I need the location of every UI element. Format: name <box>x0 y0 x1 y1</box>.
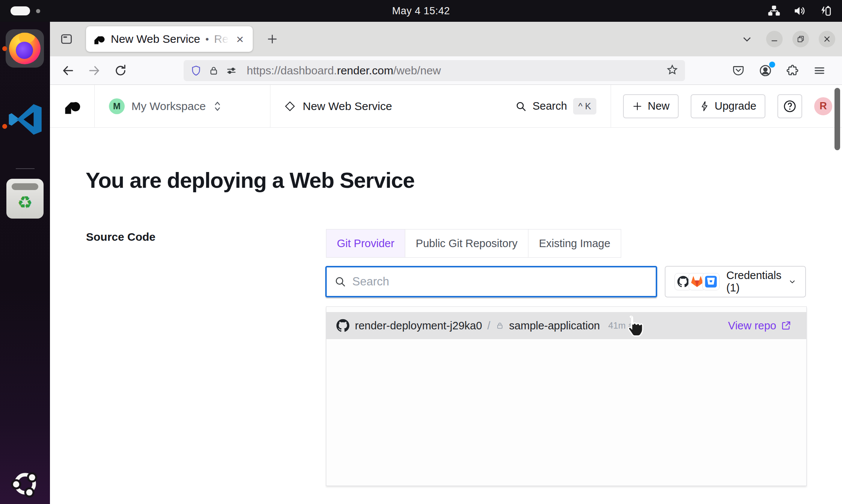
bookmark-star-button[interactable] <box>666 64 678 77</box>
network-icon <box>768 5 780 17</box>
extensions-button[interactable] <box>782 60 803 81</box>
window-minimize-button[interactable] <box>766 31 783 47</box>
forward-button[interactable] <box>84 60 105 81</box>
url-prefix: https://dashboard. <box>247 64 337 77</box>
list-all-tabs-button[interactable] <box>738 30 756 48</box>
credentials-label: Credentials (1) <box>726 269 782 294</box>
ubuntu-logo-icon <box>10 469 40 499</box>
repo-search-field[interactable] <box>325 266 657 297</box>
browser-tab-active[interactable]: New Web Service • Rend × <box>86 26 253 52</box>
search-label: Search <box>533 100 567 112</box>
user-avatar[interactable]: R <box>814 97 832 115</box>
view-repo-label: View repo <box>728 320 776 332</box>
search-icon <box>334 276 346 288</box>
lock-icon[interactable] <box>208 65 219 76</box>
battery-charging-icon <box>819 4 832 18</box>
account-notification-dot <box>769 62 775 68</box>
page-scrollbar-thumb[interactable] <box>834 88 840 150</box>
vscode-running-indicator <box>2 124 7 129</box>
tab-public-git-repository[interactable]: Public Git Repository <box>405 229 528 257</box>
firefox-view-icon <box>60 32 73 46</box>
puzzle-icon <box>786 64 799 77</box>
dock-item-vscode[interactable] <box>0 101 50 137</box>
workspace-name: My Workspace <box>131 100 206 113</box>
pocket-icon <box>732 64 745 77</box>
view-repo-link[interactable]: View repo <box>728 320 791 332</box>
search-shortcut-badge: ^ K <box>573 98 596 115</box>
deploy-heading: You are deploying a Web Service <box>86 167 415 193</box>
back-button[interactable] <box>57 60 78 81</box>
window-restore-button[interactable] <box>792 31 809 47</box>
diamond-icon <box>285 101 295 112</box>
workspace-switcher[interactable]: M My Workspace <box>95 85 270 127</box>
tracking-protection-shield-icon[interactable] <box>190 65 202 77</box>
tab-existing-image[interactable]: Existing Image <box>528 229 621 257</box>
tab-title: New Web Service <box>111 33 200 45</box>
system-tray[interactable] <box>768 0 832 22</box>
app-header: M My Workspace New Web Service S <box>50 85 842 128</box>
system-clock[interactable]: May 4 15:42 <box>392 5 450 17</box>
tab-close-button[interactable]: × <box>232 32 247 47</box>
repo-name: sample-application <box>509 320 600 332</box>
credentials-dropdown[interactable]: Credentials (1) <box>665 266 806 297</box>
help-button[interactable] <box>777 94 802 118</box>
window-close-button[interactable] <box>819 31 835 47</box>
back-icon <box>61 64 75 77</box>
url-text[interactable]: https://dashboard.render.com/web/new <box>247 64 441 77</box>
account-button[interactable] <box>755 60 776 81</box>
new-tab-button[interactable] <box>263 29 282 49</box>
new-button-label: New <box>648 100 670 112</box>
repo-list: render-deployment-j29ka0 / sample-applic… <box>326 306 807 486</box>
ubuntu-dock: ♻ <box>0 22 50 504</box>
render-logo-icon <box>64 98 80 115</box>
repo-row[interactable]: render-deployment-j29ka0 / sample-applic… <box>326 312 806 339</box>
gitlab-icon <box>691 275 703 288</box>
question-circle-icon <box>783 99 797 113</box>
close-icon <box>823 35 831 43</box>
chevron-down-icon <box>741 33 753 45</box>
url-bar[interactable]: https://dashboard.render.com/web/new <box>184 60 685 81</box>
recycle-icon: ♻ <box>17 194 33 211</box>
breadcrumb: New Web Service <box>285 100 392 113</box>
dock-item-firefox[interactable] <box>0 29 44 68</box>
workspace-indicator-pill[interactable] <box>11 6 30 15</box>
render-dashboard-page: M My Workspace New Web Service S <box>50 85 842 504</box>
github-icon <box>336 319 350 332</box>
firefox-running-indicator <box>2 46 7 51</box>
external-link-icon <box>781 320 791 331</box>
minimize-icon <box>770 35 779 43</box>
permissions-toggles-icon[interactable] <box>226 65 237 76</box>
restore-icon <box>797 35 805 43</box>
hamburger-icon <box>813 64 826 77</box>
repo-owner: render-deployment-j29ka0 <box>355 320 482 332</box>
forward-icon <box>88 64 101 77</box>
workspace-avatar: M <box>109 98 125 114</box>
global-search-button[interactable]: Search ^ K <box>515 98 596 115</box>
reload-icon <box>114 64 127 77</box>
github-icon <box>677 276 689 288</box>
plus-icon <box>266 33 279 45</box>
pocket-button[interactable] <box>728 60 749 81</box>
reload-button[interactable] <box>110 60 131 81</box>
workspace-indicator-dot[interactable] <box>36 9 40 13</box>
repo-search-input[interactable] <box>352 275 648 288</box>
page-title: New Web Service <box>303 100 392 113</box>
url-domain: render.com <box>337 64 393 77</box>
mouse-cursor-pointer <box>623 315 643 338</box>
trash-lid <box>12 183 38 190</box>
upgrade-button[interactable]: Upgrade <box>691 94 765 118</box>
firefox-view-button[interactable] <box>56 29 77 50</box>
render-favicon <box>94 33 105 45</box>
tab-title-suffix: Rend <box>214 33 232 45</box>
new-button[interactable]: New <box>623 94 679 118</box>
volume-icon <box>793 5 806 17</box>
render-logo-button[interactable] <box>50 85 95 127</box>
dock-item-app-grid[interactable] <box>0 469 50 499</box>
upgrade-button-label: Upgrade <box>715 100 756 112</box>
menu-button[interactable] <box>809 60 830 81</box>
dock-item-trash[interactable]: ♻ <box>6 179 44 219</box>
tab-bar: New Web Service • Rend × <box>50 22 842 56</box>
bitbucket-icon <box>705 275 717 288</box>
chevron-updown-icon <box>213 101 222 112</box>
tab-git-provider[interactable]: Git Provider <box>326 229 405 257</box>
